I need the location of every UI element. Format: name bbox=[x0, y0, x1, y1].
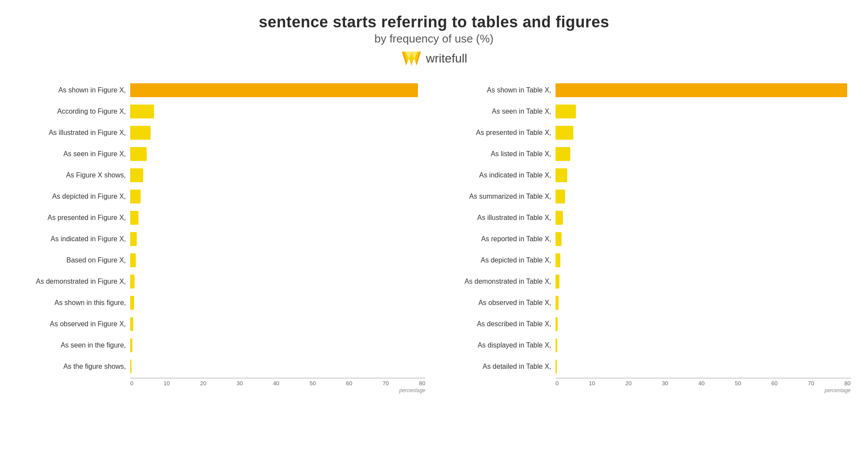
x-tick: 70 bbox=[382, 380, 388, 387]
x-tick: 80 bbox=[419, 380, 425, 387]
bar-fill bbox=[130, 338, 132, 352]
bar-row: As detailed in Table X, bbox=[443, 357, 851, 377]
bar-area bbox=[556, 126, 851, 140]
x-tick: 60 bbox=[771, 380, 777, 387]
table-bar-chart: As shown in Table X,As seen in Table X,A… bbox=[443, 80, 851, 377]
bar-fill bbox=[556, 360, 557, 374]
bar-fill bbox=[556, 105, 576, 118]
bar-label: As illustrated in Figure X, bbox=[17, 128, 130, 137]
figure-x-ticks: 01020304050607080 bbox=[130, 378, 425, 387]
bar-label: As shown in Table X, bbox=[443, 86, 556, 94]
bar-label: As the figure shows, bbox=[17, 362, 130, 370]
x-tick: 80 bbox=[845, 380, 851, 387]
x-tick: 10 bbox=[589, 380, 595, 387]
bar-fill bbox=[130, 211, 138, 225]
bar-area bbox=[130, 317, 425, 331]
bar-row: As depicted in Figure X, bbox=[17, 187, 425, 207]
bar-row: As presented in Figure X, bbox=[17, 208, 425, 228]
bar-area bbox=[130, 168, 425, 182]
x-tick: 0 bbox=[130, 380, 133, 387]
bar-label: According to Figure X, bbox=[17, 107, 130, 115]
bar-area bbox=[556, 211, 851, 225]
bar-row: As listed in Table X, bbox=[443, 144, 851, 164]
logo-area: writefull bbox=[9, 50, 859, 67]
subtitle: by frequency of use (%) bbox=[9, 32, 859, 46]
bar-label: As seen in Figure X, bbox=[17, 150, 130, 158]
bar-area bbox=[556, 168, 851, 182]
bar-area bbox=[556, 317, 851, 331]
bar-row: As depicted in Table X, bbox=[443, 250, 851, 270]
table-x-label: percentage bbox=[556, 387, 851, 393]
bar-label: As summarized in Table X, bbox=[443, 192, 556, 200]
charts-row: As shown in Figure X,According to Figure… bbox=[9, 80, 859, 393]
bar-row: As displayed in Table X, bbox=[443, 335, 851, 355]
x-tick: 30 bbox=[662, 380, 668, 387]
bar-row: As observed in Table X, bbox=[443, 293, 851, 313]
bar-area bbox=[556, 232, 851, 246]
bar-label: As observed in Figure X, bbox=[17, 320, 130, 328]
bar-label: As listed in Table X, bbox=[443, 150, 556, 158]
x-tick: 60 bbox=[346, 380, 352, 387]
bar-row: As indicated in Table X, bbox=[443, 165, 851, 185]
bar-area bbox=[130, 296, 425, 310]
bar-fill bbox=[556, 83, 847, 97]
bar-label: As presented in Figure X, bbox=[17, 213, 130, 222]
bar-area bbox=[130, 232, 425, 246]
bar-area bbox=[130, 105, 425, 118]
bar-area bbox=[130, 253, 425, 267]
x-tick: 70 bbox=[808, 380, 814, 387]
bar-row: As shown in Table X, bbox=[443, 80, 851, 100]
header: sentence starts referring to tables and … bbox=[9, 13, 859, 67]
bar-area bbox=[130, 190, 425, 203]
bar-fill bbox=[556, 275, 559, 289]
bar-fill bbox=[130, 190, 141, 203]
bar-label: As presented in Table X, bbox=[443, 128, 556, 137]
bar-area bbox=[556, 253, 851, 267]
bar-row: As seen in the figure, bbox=[17, 335, 425, 355]
bar-fill bbox=[556, 317, 558, 331]
bar-area bbox=[556, 190, 851, 203]
bar-label: As seen in Table X, bbox=[443, 107, 556, 115]
x-tick: 30 bbox=[237, 380, 243, 387]
bar-fill bbox=[556, 253, 560, 267]
bar-fill bbox=[130, 317, 133, 331]
bar-row: As shown in this figure, bbox=[17, 293, 425, 313]
bar-area bbox=[556, 275, 851, 289]
bar-row: As reported in Table X, bbox=[443, 229, 851, 249]
x-tick: 20 bbox=[625, 380, 631, 387]
main-title: sentence starts referring to tables and … bbox=[9, 13, 859, 31]
bar-fill bbox=[556, 338, 557, 352]
bar-area bbox=[130, 147, 425, 161]
bar-fill bbox=[130, 168, 143, 182]
bar-area bbox=[130, 275, 425, 289]
x-tick: 50 bbox=[735, 380, 741, 387]
bar-label: As detailed in Table X, bbox=[443, 362, 556, 370]
table-x-ticks: 01020304050607080 bbox=[556, 378, 851, 387]
bar-label: As indicated in Figure X, bbox=[17, 235, 130, 243]
bar-row: As illustrated in Figure X, bbox=[17, 123, 425, 143]
bar-row: Based on Figure X, bbox=[17, 250, 425, 270]
bar-label: As Figure X shows, bbox=[17, 171, 130, 179]
bar-area bbox=[556, 83, 851, 97]
bar-fill bbox=[556, 211, 563, 225]
page-container: sentence starts referring to tables and … bbox=[0, 0, 868, 402]
bar-fill bbox=[130, 360, 132, 374]
bar-area bbox=[556, 338, 851, 352]
bar-fill bbox=[556, 190, 565, 203]
bar-row: As observed in Figure X, bbox=[17, 314, 425, 334]
bar-label: As demonstrated in Figure X, bbox=[17, 277, 130, 285]
bar-fill bbox=[130, 275, 135, 289]
bar-area bbox=[556, 105, 851, 118]
x-tick: 0 bbox=[556, 380, 559, 387]
bar-area bbox=[556, 147, 851, 161]
bar-row: As seen in Figure X, bbox=[17, 144, 425, 164]
bar-fill bbox=[556, 296, 559, 310]
bar-fill bbox=[130, 232, 137, 246]
bar-area bbox=[130, 360, 425, 374]
bar-label: Based on Figure X, bbox=[17, 256, 130, 264]
bar-label: As illustrated in Table X, bbox=[443, 213, 556, 222]
bar-row: As Figure X shows, bbox=[17, 165, 425, 185]
bar-row: As indicated in Figure X, bbox=[17, 229, 425, 249]
bar-fill bbox=[130, 105, 154, 118]
bar-area bbox=[130, 211, 425, 225]
